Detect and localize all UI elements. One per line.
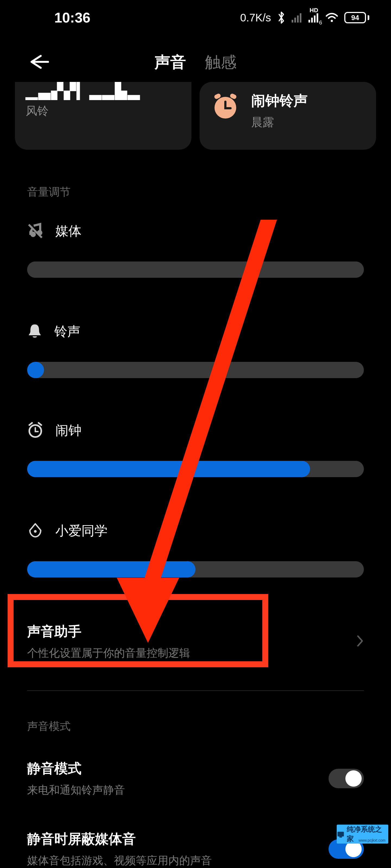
sound-assistant-title: 声音助手 (27, 622, 190, 641)
svg-line-17 (38, 423, 41, 425)
slider-xiaoai-label: 小爱同学 (55, 522, 108, 539)
svg-rect-5 (311, 18, 313, 23)
divider (27, 690, 364, 691)
svg-rect-22 (339, 837, 342, 838)
status-time: 10:36 (54, 9, 90, 26)
mute-media-title: 静音时屏蔽媒体音 (27, 830, 212, 848)
slider-alarm-label: 闹钟 (55, 422, 81, 439)
tab-sound[interactable]: 声音 (155, 52, 186, 73)
slider-media[interactable] (27, 261, 364, 278)
alarm-icon (27, 422, 44, 439)
card-alarm-title: 闹钟铃声 (251, 91, 308, 111)
slider-alarm-fill (27, 461, 310, 477)
slider-media-fill (27, 261, 364, 278)
svg-rect-7 (316, 13, 318, 23)
card-notification-sub: 风铃 (26, 103, 180, 119)
xiaoai-icon (27, 522, 44, 539)
slider-xiaoai-fill (27, 561, 196, 578)
tab-haptics[interactable]: 触感 (205, 52, 236, 73)
slider-alarm[interactable] (27, 461, 364, 477)
slider-ringtone-label: 铃声 (54, 323, 80, 340)
svg-line-16 (29, 423, 32, 425)
card-alarm-tone[interactable]: 闹钟铃声 晨露 (200, 82, 376, 150)
svg-rect-21 (337, 832, 344, 837)
battery-icon: 94 (344, 12, 369, 23)
card-notification-tone[interactable]: ▁▃▞▞▎▂▂▙▂ 风铃 (15, 82, 191, 150)
slider-xiaoai[interactable] (27, 561, 364, 578)
status-bar: 10:36 0.7K/s HD 6 94 (0, 0, 391, 35)
bluetooth-icon (277, 11, 286, 24)
svg-point-18 (34, 530, 37, 533)
status-icons: 0.7K/s HD 6 94 (240, 11, 369, 24)
slider-media-label: 媒体 (55, 222, 81, 240)
svg-rect-0 (291, 20, 293, 23)
mute-media-subtitle: 媒体音包括游戏、视频等应用内的声音 (27, 853, 212, 868)
svg-rect-4 (308, 20, 310, 23)
svg-point-8 (331, 20, 333, 22)
page-header: 声音 触感 (0, 46, 391, 79)
switch-mute-mode[interactable] (329, 769, 364, 788)
svg-rect-3 (300, 13, 301, 23)
section-sound-mode-label: 声音模式 (27, 719, 71, 734)
card-notification-title: ▁▃▞▞▎▂▂▙▂ (26, 82, 180, 99)
bell-icon (27, 323, 43, 340)
mute-subtitle: 来电和通知铃声静音 (27, 782, 125, 798)
media-muted-icon (27, 222, 44, 240)
signal-2-icon: HD 6 (308, 13, 319, 23)
back-button[interactable] (27, 54, 49, 71)
slider-ringtone-fill (27, 362, 44, 378)
sound-assistant-subtitle: 个性化设置属于你的音量控制逻辑 (27, 646, 190, 660)
row-mute-media: 静音时屏蔽媒体音 媒体音包括游戏、视频等应用内的声音 (27, 830, 364, 868)
network-speed: 0.7K/s (240, 12, 271, 24)
card-alarm-sub: 晨露 (251, 115, 308, 130)
row-mute-mode: 静音模式 来电和通知铃声静音 (27, 760, 364, 798)
signal-1-icon (291, 13, 303, 23)
wifi-icon (325, 12, 338, 23)
svg-rect-2 (297, 16, 299, 23)
alarm-clock-icon (211, 91, 240, 121)
svg-rect-1 (294, 18, 296, 23)
chevron-right-icon (356, 634, 364, 649)
svg-point-12 (30, 231, 36, 237)
slider-ringtone[interactable] (27, 362, 364, 378)
item-sound-assistant[interactable]: 声音助手 个性化设置属于你的音量控制逻辑 (27, 622, 364, 660)
svg-rect-6 (314, 16, 315, 23)
watermark-url: www.pcjkxt.com (358, 838, 386, 842)
watermark-badge: 纯净系统之家 www.pcjkxt.com (337, 825, 388, 844)
section-volume-label: 音量调节 (27, 184, 71, 199)
mute-title: 静音模式 (27, 760, 125, 778)
